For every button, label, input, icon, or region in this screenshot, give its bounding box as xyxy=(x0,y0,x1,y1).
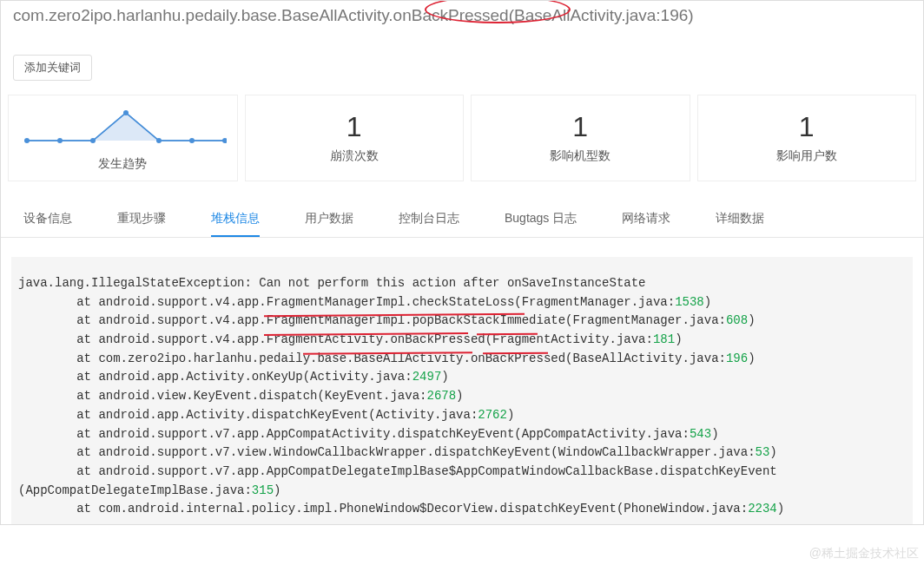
tab-2[interactable]: 堆栈信息 xyxy=(211,202,260,237)
svg-point-0 xyxy=(24,138,30,143)
stat-card-users: 1 影响用户数 xyxy=(697,95,917,181)
trace-line: at android.view.KeyEvent.dispatch(KeyEve… xyxy=(18,387,906,406)
trend-label: 发生趋势 xyxy=(17,156,228,172)
trace-line: at android.support.v4.app.FragmentActivi… xyxy=(18,331,906,350)
add-keyword-button[interactable]: 添加关键词 xyxy=(13,55,92,81)
stats-row: 发生趋势 1 崩溃次数 1 影响机型数 1 影响用户数 xyxy=(1,89,923,183)
trend-card: 发生趋势 xyxy=(8,95,238,181)
trace-line: at android.support.v7.app.AppCompatActiv… xyxy=(18,425,906,444)
trace-line: at android.support.v7.app.AppCompatDeleg… xyxy=(18,463,906,482)
title-text: com.zero2ipo.harlanhu.pedaily.base.BaseA… xyxy=(13,6,694,24)
trace-line: at com.zero2ipo.harlanhu.pedaily.base.Ba… xyxy=(18,350,906,369)
tab-1[interactable]: 重现步骤 xyxy=(117,202,166,237)
trace-line: at android.app.Activity.onKeyUp(Activity… xyxy=(18,368,906,387)
tabs: 设备信息重现步骤堆栈信息用户数据控制台日志Bugtags 日志网络请求详细数据 xyxy=(1,202,923,238)
tab-5[interactable]: Bugtags 日志 xyxy=(505,202,577,237)
svg-point-3 xyxy=(123,110,129,115)
stack-wrap: java.lang.IllegalStateException: Can not… xyxy=(1,257,923,524)
tab-6[interactable]: 网络请求 xyxy=(622,202,670,237)
svg-point-4 xyxy=(156,138,162,143)
svg-point-5 xyxy=(189,138,195,143)
stat-label: 影响用户数 xyxy=(702,148,913,164)
svg-point-1 xyxy=(57,138,63,143)
stat-label: 崩溃次数 xyxy=(249,148,460,164)
trend-chart xyxy=(18,106,227,154)
trace-line: at android.support.v4.app.FragmentManage… xyxy=(18,293,906,312)
stack-trace: java.lang.IllegalStateException: Can not… xyxy=(11,257,913,524)
exception-line: java.lang.IllegalStateException: Can not… xyxy=(18,274,906,293)
svg-point-2 xyxy=(90,138,96,143)
trace-line: at com.android.internal.policy.impl.Phon… xyxy=(18,500,906,519)
stat-card-crashes: 1 崩溃次数 xyxy=(245,95,465,181)
stat-value: 1 xyxy=(702,111,913,143)
add-keyword-label: 添加关键词 xyxy=(24,61,81,74)
page-title: com.zero2ipo.harlanhu.pedaily.base.BaseA… xyxy=(1,1,923,29)
trace-line: at android.app.Activity.dispatchKeyEvent… xyxy=(18,406,906,425)
tab-4[interactable]: 控制台日志 xyxy=(399,202,459,237)
stat-value: 1 xyxy=(475,111,686,143)
tab-0[interactable]: 设备信息 xyxy=(23,202,72,237)
trace-line: (AppCompatDelegateImplBase.java:315) xyxy=(18,482,906,501)
stat-label: 影响机型数 xyxy=(475,148,686,164)
trace-line: at android.support.v4.app.FragmentManage… xyxy=(18,312,906,331)
stat-value: 1 xyxy=(249,111,460,143)
trace-line: at android.support.v7.view.WindowCallbac… xyxy=(18,443,906,463)
tab-3[interactable]: 用户数据 xyxy=(305,202,353,237)
stat-card-devices: 1 影响机型数 xyxy=(471,95,690,181)
tab-7[interactable]: 详细数据 xyxy=(716,202,764,237)
svg-point-6 xyxy=(222,138,227,143)
